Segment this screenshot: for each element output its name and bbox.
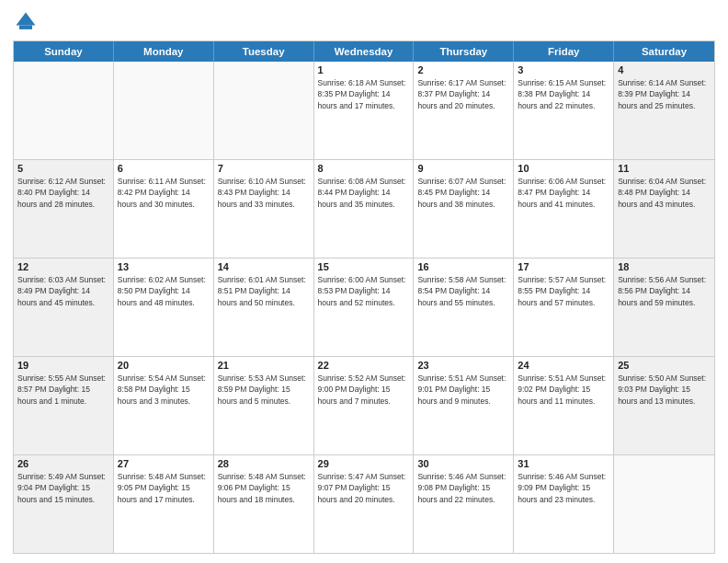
calendar-cell-13: 13Sunrise: 6:02 AM Sunset: 8:50 PM Dayli…	[114, 259, 214, 356]
day-number: 8	[318, 163, 410, 174]
day-number: 13	[118, 261, 210, 272]
cell-info: Sunrise: 5:48 AM Sunset: 9:06 PM Dayligh…	[218, 471, 310, 505]
calendar-cell-12: 12Sunrise: 6:03 AM Sunset: 8:49 PM Dayli…	[14, 259, 114, 356]
calendar-row-2: 12Sunrise: 6:03 AM Sunset: 8:49 PM Dayli…	[14, 258, 714, 356]
calendar-cell-9: 9Sunrise: 6:07 AM Sunset: 8:45 PM Daylig…	[414, 160, 514, 258]
cell-info: Sunrise: 5:49 AM Sunset: 9:04 PM Dayligh…	[17, 471, 109, 505]
cell-info: Sunrise: 6:08 AM Sunset: 8:44 PM Dayligh…	[318, 176, 410, 210]
weekday-header-wednesday: Wednesday	[314, 41, 415, 62]
calendar-cell-4: 4Sunrise: 6:14 AM Sunset: 8:39 PM Daylig…	[614, 62, 714, 159]
calendar-cell-16: 16Sunrise: 5:58 AM Sunset: 8:54 PM Dayli…	[414, 259, 514, 356]
calendar-row-4: 26Sunrise: 5:49 AM Sunset: 9:04 PM Dayli…	[14, 454, 714, 553]
day-number: 7	[218, 163, 310, 174]
cell-info: Sunrise: 6:00 AM Sunset: 8:53 PM Dayligh…	[318, 274, 410, 308]
calendar-cell-1: 1Sunrise: 6:18 AM Sunset: 8:35 PM Daylig…	[314, 62, 415, 159]
logo-inner	[13, 9, 42, 35]
calendar-cell-21: 21Sunrise: 5:53 AM Sunset: 8:59 PM Dayli…	[214, 357, 314, 454]
day-number: 21	[218, 360, 310, 371]
weekday-header-monday: Monday	[114, 41, 214, 62]
cell-info: Sunrise: 5:54 AM Sunset: 8:58 PM Dayligh…	[118, 373, 210, 407]
calendar-row-3: 19Sunrise: 5:55 AM Sunset: 8:57 PM Dayli…	[14, 356, 714, 454]
cell-info: Sunrise: 6:10 AM Sunset: 8:43 PM Dayligh…	[218, 176, 310, 210]
cell-info: Sunrise: 6:03 AM Sunset: 8:49 PM Dayligh…	[17, 274, 109, 308]
calendar-cell-5: 5Sunrise: 6:12 AM Sunset: 8:40 PM Daylig…	[14, 160, 114, 258]
cell-info: Sunrise: 6:14 AM Sunset: 8:39 PM Dayligh…	[618, 77, 711, 111]
day-number: 1	[318, 64, 410, 75]
calendar-cell-22: 22Sunrise: 5:52 AM Sunset: 9:00 PM Dayli…	[314, 357, 415, 454]
weekday-header-tuesday: Tuesday	[214, 41, 314, 62]
calendar-cell-7: 7Sunrise: 6:10 AM Sunset: 8:43 PM Daylig…	[214, 160, 314, 258]
calendar-cell-empty-0-2	[214, 62, 314, 159]
calendar-cell-3: 3Sunrise: 6:15 AM Sunset: 8:38 PM Daylig…	[514, 62, 614, 159]
cell-info: Sunrise: 5:50 AM Sunset: 9:03 PM Dayligh…	[618, 373, 711, 407]
cell-info: Sunrise: 6:02 AM Sunset: 8:50 PM Dayligh…	[118, 274, 210, 308]
day-number: 28	[218, 458, 310, 469]
day-number: 4	[618, 64, 711, 75]
calendar-cell-28: 28Sunrise: 5:48 AM Sunset: 9:06 PM Dayli…	[214, 455, 314, 553]
day-number: 12	[17, 261, 109, 272]
cell-info: Sunrise: 5:58 AM Sunset: 8:54 PM Dayligh…	[417, 274, 509, 308]
day-number: 25	[618, 360, 711, 371]
day-number: 9	[417, 163, 509, 174]
cell-info: Sunrise: 5:46 AM Sunset: 9:08 PM Dayligh…	[417, 471, 509, 505]
cell-info: Sunrise: 5:57 AM Sunset: 8:55 PM Dayligh…	[518, 274, 609, 308]
day-number: 2	[417, 64, 509, 75]
cell-info: Sunrise: 5:46 AM Sunset: 9:09 PM Dayligh…	[518, 471, 609, 505]
calendar-cell-empty-0-1	[114, 62, 214, 159]
calendar-cell-8: 8Sunrise: 6:08 AM Sunset: 8:44 PM Daylig…	[314, 160, 415, 258]
calendar-cell-20: 20Sunrise: 5:54 AM Sunset: 8:58 PM Dayli…	[114, 357, 214, 454]
cell-info: Sunrise: 6:18 AM Sunset: 8:35 PM Dayligh…	[318, 77, 410, 111]
day-number: 31	[518, 458, 609, 469]
calendar-cell-18: 18Sunrise: 5:56 AM Sunset: 8:56 PM Dayli…	[614, 259, 714, 356]
day-number: 19	[17, 360, 109, 371]
calendar-cell-29: 29Sunrise: 5:47 AM Sunset: 9:07 PM Dayli…	[314, 455, 415, 553]
day-number: 18	[618, 261, 711, 272]
cell-info: Sunrise: 5:51 AM Sunset: 9:01 PM Dayligh…	[417, 373, 509, 407]
cell-info: Sunrise: 5:48 AM Sunset: 9:05 PM Dayligh…	[118, 471, 210, 505]
calendar-cell-empty-4-6	[614, 455, 714, 553]
calendar-row-0: 1Sunrise: 6:18 AM Sunset: 8:35 PM Daylig…	[14, 62, 714, 159]
day-number: 23	[417, 360, 509, 371]
day-number: 26	[17, 458, 109, 469]
cell-info: Sunrise: 5:56 AM Sunset: 8:56 PM Dayligh…	[618, 274, 711, 308]
day-number: 29	[318, 458, 410, 469]
calendar-cell-17: 17Sunrise: 5:57 AM Sunset: 8:55 PM Dayli…	[514, 259, 614, 356]
day-number: 6	[118, 163, 210, 174]
svg-rect-1	[19, 26, 32, 29]
day-number: 10	[518, 163, 609, 174]
logo	[13, 9, 42, 35]
calendar: SundayMondayTuesdayWednesdayThursdayFrid…	[13, 40, 715, 554]
day-number: 3	[518, 64, 609, 75]
cell-info: Sunrise: 6:15 AM Sunset: 8:38 PM Dayligh…	[518, 77, 609, 111]
header	[13, 9, 715, 35]
cell-info: Sunrise: 6:06 AM Sunset: 8:47 PM Dayligh…	[518, 176, 609, 210]
calendar-cell-31: 31Sunrise: 5:46 AM Sunset: 9:09 PM Dayli…	[514, 455, 614, 553]
calendar-cell-empty-0-0	[14, 62, 114, 159]
cell-info: Sunrise: 6:12 AM Sunset: 8:40 PM Dayligh…	[17, 176, 109, 210]
cell-info: Sunrise: 6:07 AM Sunset: 8:45 PM Dayligh…	[417, 176, 509, 210]
day-number: 11	[618, 163, 711, 174]
day-number: 16	[417, 261, 509, 272]
calendar-cell-14: 14Sunrise: 6:01 AM Sunset: 8:51 PM Dayli…	[214, 259, 314, 356]
cell-info: Sunrise: 5:47 AM Sunset: 9:07 PM Dayligh…	[318, 471, 410, 505]
page: SundayMondayTuesdayWednesdayThursdayFrid…	[0, 0, 728, 563]
calendar-row-1: 5Sunrise: 6:12 AM Sunset: 8:40 PM Daylig…	[14, 159, 714, 258]
calendar-cell-10: 10Sunrise: 6:06 AM Sunset: 8:47 PM Dayli…	[514, 160, 614, 258]
day-number: 27	[118, 458, 210, 469]
day-number: 5	[17, 163, 109, 174]
cell-info: Sunrise: 6:17 AM Sunset: 8:37 PM Dayligh…	[417, 77, 509, 111]
logo-icon	[13, 9, 39, 35]
cell-info: Sunrise: 6:11 AM Sunset: 8:42 PM Dayligh…	[118, 176, 210, 210]
calendar-cell-6: 6Sunrise: 6:11 AM Sunset: 8:42 PM Daylig…	[114, 160, 214, 258]
calendar-cell-19: 19Sunrise: 5:55 AM Sunset: 8:57 PM Dayli…	[14, 357, 114, 454]
cell-info: Sunrise: 5:55 AM Sunset: 8:57 PM Dayligh…	[17, 373, 109, 407]
day-number: 24	[518, 360, 609, 371]
cell-info: Sunrise: 6:01 AM Sunset: 8:51 PM Dayligh…	[218, 274, 310, 308]
weekday-header-saturday: Saturday	[614, 41, 714, 62]
day-number: 15	[318, 261, 410, 272]
day-number: 14	[218, 261, 310, 272]
calendar-body: 1Sunrise: 6:18 AM Sunset: 8:35 PM Daylig…	[14, 62, 714, 553]
calendar-cell-11: 11Sunrise: 6:04 AM Sunset: 8:48 PM Dayli…	[614, 160, 714, 258]
calendar-cell-30: 30Sunrise: 5:46 AM Sunset: 9:08 PM Dayli…	[414, 455, 514, 553]
calendar-cell-25: 25Sunrise: 5:50 AM Sunset: 9:03 PM Dayli…	[614, 357, 714, 454]
